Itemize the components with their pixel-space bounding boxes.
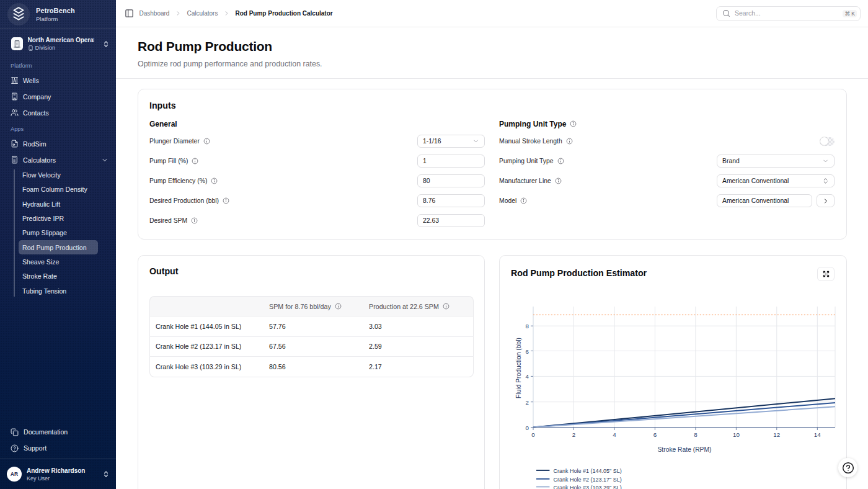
svg-text:2: 2 — [526, 399, 529, 406]
svg-text:Crank Hole #1 (144.05" SL): Crank Hole #1 (144.05" SL) — [554, 468, 622, 474]
svg-text:Fluid Production (bbl): Fluid Production (bbl) — [515, 338, 522, 398]
svg-text:6: 6 — [653, 431, 657, 438]
svg-text:2: 2 — [572, 431, 575, 438]
svg-text:4: 4 — [526, 373, 529, 380]
svg-text:0: 0 — [526, 424, 529, 431]
svg-text:8: 8 — [694, 431, 698, 438]
svg-text:0: 0 — [531, 431, 535, 438]
svg-text:6: 6 — [526, 348, 529, 355]
svg-text:14: 14 — [814, 431, 821, 438]
svg-text:Crank Hole #2 (123.17" SL): Crank Hole #2 (123.17" SL) — [554, 477, 622, 483]
svg-text:4: 4 — [613, 431, 616, 438]
svg-text:8: 8 — [526, 323, 529, 330]
svg-text:Crank Hole #3 (103.29" SL): Crank Hole #3 (103.29" SL) — [554, 485, 622, 489]
svg-text:Stroke Rate (RPM): Stroke Rate (RPM) — [658, 446, 712, 453]
svg-text:12: 12 — [773, 431, 780, 438]
svg-text:10: 10 — [733, 431, 740, 438]
